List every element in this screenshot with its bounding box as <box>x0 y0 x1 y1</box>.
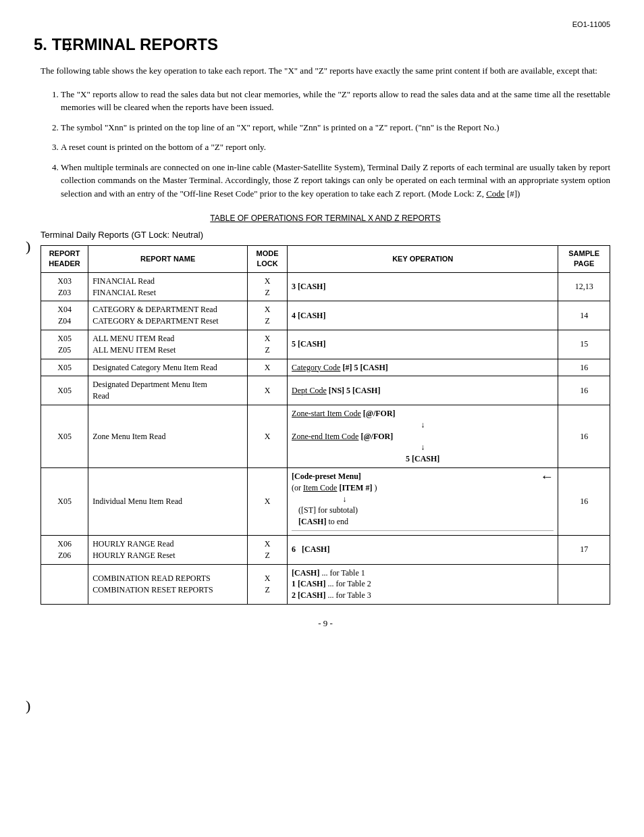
key-op-cell: [CASH] ... for Table 1 1 [CASH] ... for … <box>288 564 558 604</box>
list-item: A reset count is printed on the bottom o… <box>61 141 610 154</box>
sample-page-cell: 16 <box>558 359 610 376</box>
th-sample-page: SAMPLEPAGE <box>558 246 610 273</box>
mode-lock-cell: X <box>248 405 288 467</box>
table-row: X05 Individual Menu Item Read X [Code-pr… <box>41 467 610 535</box>
key-op-cell: 5 [CASH] <box>288 330 558 359</box>
table-row: X03Z03 FINANCIAL ReadFINANCIAL Reset XZ … <box>41 272 610 301</box>
key-op-cell: [Code-preset Menu] (or Item Code [ITEM #… <box>288 467 558 535</box>
table-title: TABLE OF OPERATIONS FOR TERMINAL X AND Z… <box>41 213 610 223</box>
mode-lock-cell: X <box>248 467 288 535</box>
page-number: - 9 - <box>41 618 610 629</box>
report-header-cell: X05 <box>41 405 88 467</box>
sample-page-cell: 17 <box>558 535 610 564</box>
sample-page-cell <box>558 564 610 604</box>
table-row: X06Z06 HOURLY RANGE ReadHOURLY RANGE Res… <box>41 535 610 564</box>
sub-title: Terminal Daily Reports (GT Lock: Neutral… <box>41 230 610 240</box>
doc-number: EO1-11005 <box>572 20 610 28</box>
sample-page-cell: 14 <box>558 301 610 330</box>
sample-page-cell: 15 <box>558 330 610 359</box>
key-op-cell: 4 [CASH] <box>288 301 558 330</box>
paren-decoration-2: ) <box>26 238 30 255</box>
mode-lock-cell: XZ <box>248 564 288 604</box>
report-header-cell <box>41 564 88 604</box>
report-name-cell: Designated Category Menu Item Read <box>88 359 248 376</box>
table-row: COMBINATION READ REPORTSCOMBINATION RESE… <box>41 564 610 604</box>
table-row: X05 Designated Department Menu ItemRead … <box>41 376 610 405</box>
mode-lock-cell: XZ <box>248 301 288 330</box>
sample-page-cell: 12,13 <box>558 272 610 301</box>
list-item: The "X" reports allow to read the sales … <box>61 88 610 114</box>
report-name-cell: COMBINATION READ REPORTSCOMBINATION RESE… <box>88 564 248 604</box>
key-op-cell: Dept Code [NS] 5 [CASH] <box>288 376 558 405</box>
report-name-cell: FINANCIAL ReadFINANCIAL Reset <box>88 272 248 301</box>
key-op-cell: 3 [CASH] <box>288 272 558 301</box>
page-header: EO1-11005 <box>41 20 610 28</box>
table-row: X05 Designated Category Menu Item Read X… <box>41 359 610 376</box>
report-name-cell: ALL MENU ITEM ReadALL MENU ITEM Reset <box>88 330 248 359</box>
mode-lock-cell: XZ <box>248 272 288 301</box>
report-header-cell: X05 <box>41 359 88 376</box>
table-row: X05 Zone Menu Item Read X Zone-start Ite… <box>41 405 610 467</box>
report-name-cell: Individual Menu Item Read <box>88 467 248 535</box>
report-header-cell: X06Z06 <box>41 535 88 564</box>
report-name-cell: Designated Department Menu ItemRead <box>88 376 248 405</box>
section-title: 5. TERMINAL REPORTS <box>34 35 610 54</box>
table-row: X05Z05 ALL MENU ITEM ReadALL MENU ITEM R… <box>41 330 610 359</box>
reports-table: REPORTHEADER REPORT NAME MODELOCK KEY OP… <box>41 245 610 605</box>
report-header-cell: X05 <box>41 376 88 405</box>
key-op-cell: 6 [CASH] <box>288 535 558 564</box>
report-name-cell: Zone Menu Item Read <box>88 405 248 467</box>
report-header-cell: X03Z03 <box>41 272 88 301</box>
th-mode-lock: MODELOCK <box>248 246 288 273</box>
key-op-cell: Zone-start Item Code [@/FOR] ↓ Zone-end … <box>288 405 558 467</box>
sample-page-cell: 16 <box>558 405 610 467</box>
list-item: When multiple terminals are connected on… <box>61 161 610 201</box>
numbered-list: The "X" reports allow to read the sales … <box>61 88 610 201</box>
th-key-operation: KEY OPERATION <box>288 246 558 273</box>
th-report-header: REPORTHEADER <box>41 246 88 273</box>
report-header-cell: X05Z05 <box>41 330 88 359</box>
mode-lock-cell: X <box>248 376 288 405</box>
mode-lock-cell: XZ <box>248 535 288 564</box>
list-item: The symbol "Xnn" is printed on the top l… <box>61 121 610 134</box>
report-header-cell: X05 <box>41 467 88 535</box>
key-op-cell: Category Code [#] 5 [CASH] <box>288 359 558 376</box>
intro-text: The following table shows the key operat… <box>41 64 610 78</box>
sample-page-cell: 16 <box>558 467 610 535</box>
th-report-name: REPORT NAME <box>88 246 248 273</box>
paren-decoration-3: ) <box>26 697 30 715</box>
report-name-cell: HOURLY RANGE ReadHOURLY RANGE Reset <box>88 535 248 564</box>
paren-decoration-1: ) <box>66 35 71 53</box>
mode-lock-cell: X <box>248 359 288 376</box>
report-name-cell: CATEGORY & DEPARTMENT ReadCATEGORY & DEP… <box>88 301 248 330</box>
report-header-cell: X04Z04 <box>41 301 88 330</box>
mode-lock-cell: XZ <box>248 330 288 359</box>
sample-page-cell: 16 <box>558 376 610 405</box>
table-row: X04Z04 CATEGORY & DEPARTMENT ReadCATEGOR… <box>41 301 610 330</box>
